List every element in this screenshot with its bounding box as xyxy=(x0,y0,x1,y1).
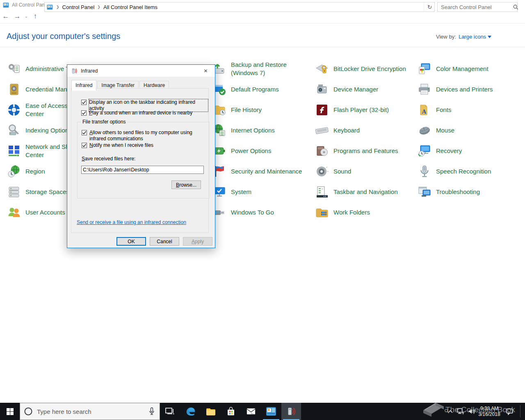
breadcrumb-control-panel[interactable]: Control Panel xyxy=(62,4,95,10)
address-bar[interactable]: ❯ Control Panel ❯ All Control Panel Item… xyxy=(44,2,434,12)
save-path-input[interactable] xyxy=(81,166,204,174)
control-panel-item-label[interactable]: Devices and Printers xyxy=(436,85,493,94)
search-input[interactable] xyxy=(438,4,513,10)
control-panel-item[interactable]: Speech Recognition xyxy=(417,163,491,180)
control-panel-item[interactable]: AFonts xyxy=(417,102,452,118)
control-panel-item[interactable]: Windows To Go xyxy=(212,204,274,221)
control-panel-item[interactable]: Devices and Printers xyxy=(417,81,493,98)
control-panel-item-label[interactable]: Color Management xyxy=(436,65,488,73)
view-by-dropdown[interactable]: Large icons xyxy=(459,34,491,40)
ok-button[interactable]: OK xyxy=(116,237,146,246)
control-panel-item-label[interactable]: Default Programs xyxy=(231,85,279,94)
control-panel-item[interactable]: Region xyxy=(7,163,45,180)
action-center-icon[interactable] xyxy=(504,403,516,420)
back-arrow-icon[interactable]: ← xyxy=(0,12,11,21)
checkbox-notify-me[interactable]: Notify me when I receive files xyxy=(82,142,153,148)
hidden-icons-chevron-icon[interactable] xyxy=(446,403,454,420)
control-panel-item-label[interactable]: Fonts xyxy=(436,106,452,114)
control-panel-item-label[interactable]: Backup and Restore (Windows 7) xyxy=(231,61,307,77)
search-icon[interactable] xyxy=(513,5,518,10)
control-panel-item[interactable]: Troubleshooting xyxy=(417,184,480,200)
taskbar-app-edge[interactable] xyxy=(181,403,201,420)
taskbar-app-control-panel[interactable] xyxy=(261,403,281,420)
browse-button[interactable]: Browse... xyxy=(171,180,201,189)
control-panel-item-label[interactable]: Keyboard xyxy=(333,126,360,135)
control-panel-item[interactable]: Flash Player (32-bit) xyxy=(315,102,389,118)
checkbox-icon[interactable] xyxy=(82,143,87,148)
close-icon[interactable]: ✕ xyxy=(196,65,215,77)
control-panel-item-label[interactable]: Sound xyxy=(333,167,351,176)
control-panel-item-label[interactable]: Storage Spaces xyxy=(25,188,69,196)
caret-down-icon xyxy=(488,36,491,38)
control-panel-item[interactable]: Work Folders xyxy=(315,204,370,221)
control-panel-item[interactable]: Indexing Options xyxy=(7,122,72,139)
control-panel-item-label[interactable]: System xyxy=(231,188,251,196)
control-panel-item-label[interactable]: Mouse xyxy=(436,126,454,135)
checkbox-icon[interactable] xyxy=(82,130,87,135)
control-panel-item[interactable]: Internet Options xyxy=(212,122,275,139)
control-panel-item-label[interactable]: Internet Options xyxy=(231,126,275,135)
checkbox-label[interactable]: Allow others to send files to my compute… xyxy=(89,130,197,142)
control-panel-item-label[interactable]: Security and Maintenance xyxy=(231,167,302,176)
start-button[interactable] xyxy=(0,403,20,420)
taskbar-app-file-explorer[interactable] xyxy=(201,403,221,420)
device-manager-icon xyxy=(315,82,329,97)
taskbar-app-mail[interactable] xyxy=(241,403,261,420)
control-panel-item-label[interactable]: User Accounts xyxy=(25,208,65,217)
control-panel-item-label[interactable]: Programs and Features xyxy=(333,147,398,155)
control-panel-item[interactable]: Keyboard xyxy=(315,122,360,139)
recent-pages-chevron-icon[interactable]: ⌄ xyxy=(23,14,30,18)
control-panel-item[interactable]: Device Manager xyxy=(315,81,378,98)
control-panel-item[interactable]: Recovery xyxy=(417,143,462,159)
control-panel-item[interactable]: Programs and Features xyxy=(315,143,398,159)
control-panel-item-label[interactable]: Power Options xyxy=(231,147,271,155)
control-panel-item[interactable]: Backup and Restore (Windows 7) xyxy=(212,61,307,77)
checkbox-icon[interactable] xyxy=(81,100,87,105)
control-panel-item-label[interactable]: Troubleshooting xyxy=(436,188,480,196)
control-panel-item-label[interactable]: Indexing Options xyxy=(25,126,72,135)
control-panel-item-label[interactable]: Windows To Go xyxy=(231,208,274,217)
checkbox-play-sound[interactable]: Play a sound when an infrared device is … xyxy=(81,110,192,116)
control-panel-item-label[interactable]: BitLocker Drive Encryption xyxy=(333,65,406,73)
show-desktop-button[interactable] xyxy=(520,405,520,418)
tab-infrared[interactable]: Infrared xyxy=(71,80,96,91)
taskbar-app-infrared[interactable] xyxy=(281,403,301,420)
send-receive-file-link[interactable]: Send or receive a file using an infrared… xyxy=(77,219,186,225)
control-panel-item[interactable]: Power Options xyxy=(212,143,271,159)
control-panel-item-label[interactable]: Flash Player (32-bit) xyxy=(333,106,389,114)
control-panel-item-label[interactable]: Region xyxy=(25,167,45,176)
control-panel-item[interactable]: Mouse xyxy=(417,122,454,139)
control-panel-item[interactable]: System xyxy=(212,184,251,200)
control-panel-item[interactable]: BitLocker Drive Encryption xyxy=(315,61,406,77)
control-panel-item[interactable]: User Accounts xyxy=(7,204,65,221)
control-panel-item-label[interactable]: Recovery xyxy=(436,147,462,155)
forward-arrow-icon[interactable]: → xyxy=(11,12,23,21)
control-panel-item-label[interactable]: Taskbar and Navigation xyxy=(333,188,398,196)
volume-icon[interactable] xyxy=(467,403,477,420)
control-panel-item[interactable]: Storage Spaces xyxy=(7,184,69,200)
checkbox-label[interactable]: Play a sound when an infrared device is … xyxy=(89,110,192,116)
control-panel-item[interactable]: Color Management xyxy=(417,61,488,77)
taskbar-search[interactable]: Type here to search xyxy=(20,403,160,420)
control-panel-item[interactable]: Sound xyxy=(315,163,351,180)
control-panel-item-label[interactable]: Work Folders xyxy=(333,208,370,217)
control-panel-item-label[interactable]: Device Manager xyxy=(333,85,378,94)
taskbar-app-store[interactable] xyxy=(221,403,241,420)
checkbox-allow-send[interactable]: Allow others to send files to my compute… xyxy=(82,130,197,142)
cancel-button[interactable]: Cancel xyxy=(150,237,179,246)
up-arrow-icon[interactable]: ↑ xyxy=(30,12,41,21)
checkbox-icon[interactable] xyxy=(81,110,87,116)
store-icon xyxy=(226,406,236,417)
refresh-icon[interactable]: ↻ xyxy=(425,2,435,12)
control-panel-item-label[interactable]: Speech Recognition xyxy=(436,167,491,176)
control-panel-item-label[interactable]: File History xyxy=(231,106,262,114)
control-panel-item[interactable]: Taskbar and Navigation xyxy=(315,184,398,200)
taskbar-clock[interactable]: 9:38 AM 3/16/2018 xyxy=(476,403,503,420)
task-view-button[interactable] xyxy=(160,403,180,420)
control-panel-item[interactable]: Default Programs xyxy=(212,81,279,98)
network-icon[interactable] xyxy=(455,403,466,420)
control-panel-item[interactable]: Security and Maintenance xyxy=(212,163,302,180)
control-panel-item[interactable]: File History xyxy=(212,102,262,118)
breadcrumb-all-control-panel-items[interactable]: All Control Panel Items xyxy=(103,4,158,10)
checkbox-label[interactable]: Notify me when I receive files xyxy=(89,142,153,148)
